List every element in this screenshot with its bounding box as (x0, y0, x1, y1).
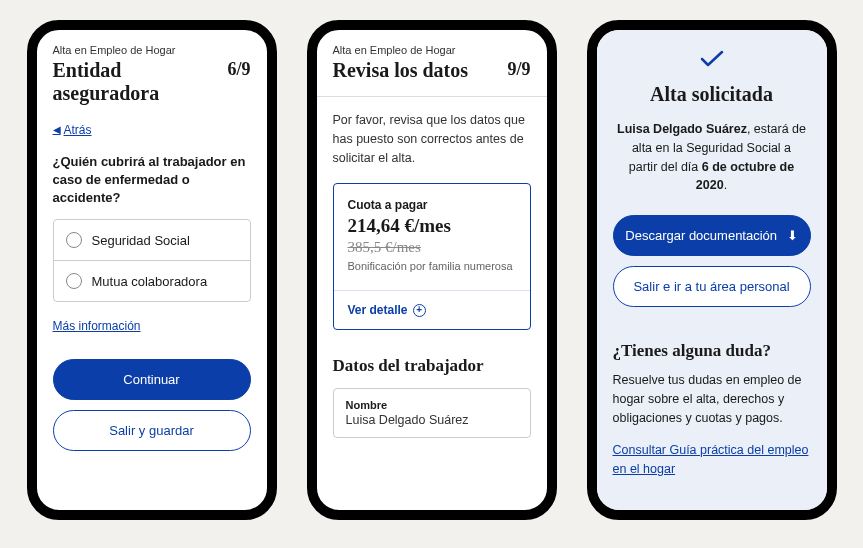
step-indicator: 9/9 (507, 59, 530, 80)
download-label: Descargar documentación (625, 228, 777, 243)
field-label: Nombre (346, 399, 518, 411)
radio-icon (66, 232, 82, 248)
download-icon: ⬇ (787, 228, 798, 243)
page-title: Revisa los datos (333, 59, 469, 82)
back-link[interactable]: ◀ Atrás (53, 123, 92, 137)
quota-note: Bonificación por familia numerosa (348, 260, 516, 272)
faq-title: ¿Tienes alguna duda? (613, 341, 811, 361)
continue-button[interactable]: Continuar (53, 359, 251, 400)
chevron-left-icon: ◀ (53, 124, 61, 135)
success-title: Alta solicitada (613, 83, 811, 106)
phone-success: Alta solicitada Luisa Delgado Suárez, es… (587, 20, 837, 520)
phone-step-6: Alta en Empleo de Hogar Entidad asegurad… (27, 20, 277, 520)
section-heading-worker: Datos del trabajador (333, 356, 531, 376)
screen-revisa-datos: Alta en Empleo de Hogar Revisa los datos… (317, 30, 547, 510)
screen-alta-solicitada: Alta solicitada Luisa Delgado Suárez, es… (597, 30, 827, 510)
download-button[interactable]: Descargar documentación ⬇ (613, 215, 811, 256)
check-icon-wrap (613, 44, 811, 73)
quota-old-amount: 385,5 €/mes (348, 239, 516, 256)
radio-option-mutua[interactable]: Mutua colaboradora (54, 260, 250, 301)
faq-link[interactable]: Consultar Guía práctica del empleo en el… (613, 441, 811, 479)
radio-group-coverage: Seguridad Social Mutua colaboradora (53, 219, 251, 302)
worker-name: Luisa Delgado Suárez (617, 122, 747, 136)
page-title: Entidad aseguradora (53, 59, 218, 105)
success-text: Luisa Delgado Suárez, estará de alta en … (613, 120, 811, 195)
goto-area-button[interactable]: Salir e ir a tu área personal (613, 266, 811, 307)
intro-text: Por favor, revisa que los datos que has … (333, 111, 531, 167)
form-question: ¿Quién cubrirá al trabajador en caso de … (53, 153, 251, 208)
back-label: Atrás (64, 123, 92, 137)
breadcrumb: Alta en Empleo de Hogar (333, 44, 531, 56)
check-icon (700, 50, 724, 72)
divider (317, 96, 547, 97)
faq-text: Resuelve tus dudas en empleo de hogar so… (613, 371, 811, 427)
phone-step-9: Alta en Empleo de Hogar Revisa los datos… (307, 20, 557, 520)
breadcrumb: Alta en Empleo de Hogar (53, 44, 251, 56)
field-value: Luisa Delgado Suárez (346, 413, 518, 427)
quota-detail-label: Ver detalle (348, 303, 408, 317)
radio-label: Seguridad Social (92, 233, 190, 248)
quota-amount: 214,64 €/mes (348, 215, 516, 237)
plus-circle-icon: + (413, 304, 426, 317)
quota-card: Cuota a pagar 214,64 €/mes 385,5 €/mes B… (333, 183, 531, 330)
more-info-link[interactable]: Más información (53, 319, 141, 333)
radio-label: Mutua colaboradora (92, 274, 208, 289)
field-nombre: Nombre Luisa Delgado Suárez (333, 388, 531, 438)
radio-icon (66, 273, 82, 289)
save-exit-button[interactable]: Salir y guardar (53, 410, 251, 451)
step-indicator: 6/9 (227, 59, 250, 80)
screen-entidad-aseguradora: Alta en Empleo de Hogar Entidad asegurad… (37, 30, 267, 510)
quota-label: Cuota a pagar (348, 198, 516, 212)
radio-option-seguridad-social[interactable]: Seguridad Social (54, 220, 250, 260)
quota-detail-link[interactable]: Ver detalle + (334, 290, 530, 329)
faq-block: ¿Tienes alguna duda? Resuelve tus dudas … (613, 341, 811, 479)
start-date: 6 de octubre de 2020 (696, 160, 794, 193)
